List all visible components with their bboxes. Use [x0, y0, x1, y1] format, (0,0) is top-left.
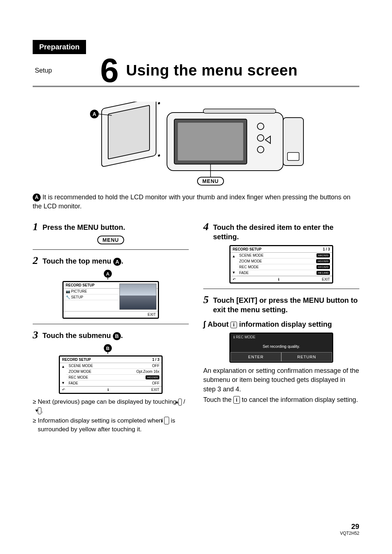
bullet-info-complete: Information display setting is completed… — [33, 416, 189, 434]
arrow-down-icon: ▼ — [38, 407, 41, 414]
subsection-label: Setup — [33, 67, 100, 74]
step-5-text: Touch [EXIT] or press the MENU button to… — [213, 294, 359, 314]
chapter-header: Setup 6 Using the menu screen — [33, 56, 359, 87]
step-1-number: 1 — [33, 221, 38, 232]
about-para-2: Touch the i to cancel the information di… — [203, 395, 359, 404]
step-5: 5 Touch [EXIT] or press the MENU button … — [203, 294, 359, 314]
svg-text:A: A — [106, 271, 110, 277]
step-2: 2 Touch the top menu A. — [33, 255, 189, 266]
menu-button-label-small: MENU — [97, 236, 124, 244]
step-4-text: Touch the desired item to enter the sett… — [213, 221, 359, 241]
step-1-text: Press the MENU button. — [42, 221, 125, 232]
step-4: 4 Touch the desired item to enter the se… — [203, 221, 359, 241]
lcd-setting: RECORD SETUP1 / 3 ▲ ▼ SCENE MODEHA1920 Z… — [229, 245, 333, 284]
camera-illustration: A MENU — [33, 102, 359, 186]
arrow-up-icon: ▲ — [178, 399, 182, 406]
menu-button-label: MENU — [197, 177, 224, 186]
lcd-top-menu: RECORD SETUP 📷 PICTURE 🔧 SETUP EXIT — [62, 281, 159, 319]
page-number: 29 — [340, 522, 359, 531]
step-3-number: 3 — [33, 329, 38, 340]
callout-b-inline: B — [113, 332, 121, 340]
callout-a-icon: A — [33, 194, 41, 201]
svg-rect-14 — [287, 152, 299, 160]
lcd-info-dialog: ℹ REC MODE Set recording quality. ENTER … — [229, 333, 333, 363]
chapter-number: 6 — [100, 56, 119, 86]
svg-point-2 — [158, 102, 160, 105]
step-4-number: 4 — [203, 221, 209, 232]
info-icon-inline: i — [233, 396, 240, 404]
info-icon: i — [164, 417, 169, 425]
info-icon-heading: i — [230, 322, 237, 328]
svg-text:A: A — [93, 111, 96, 117]
bullet-paging: Next (previous) page can be displayed by… — [33, 398, 189, 415]
about-heading: ∫About i information display setting — [203, 319, 359, 329]
step-5-number: 5 — [203, 294, 209, 305]
section-tab: Preparation — [33, 40, 86, 54]
intro-note: A It is recommended to hold the LCD moni… — [33, 193, 359, 211]
step-3: 3 Touch the submenu B. — [33, 329, 189, 340]
svg-rect-15 — [203, 109, 276, 113]
step-1: 1 Press the MENU button. — [33, 221, 189, 232]
enter-button: ENTER — [230, 352, 281, 362]
step-2-text: Touch the top menu A. — [42, 255, 123, 266]
svg-rect-9 — [178, 123, 243, 160]
intro-note-text: It is recommended to hold the LCD monito… — [33, 194, 351, 210]
svg-text:B: B — [106, 346, 109, 351]
page-footer: 29 VQT2H52 — [340, 522, 359, 536]
callout-a-inline: A — [113, 258, 121, 266]
lcd-submenu: RECORD SETUP1 / 3 ▲ ▼ SCENE MODEOFF ZOOM… — [59, 355, 163, 394]
chapter-title: Using the menu screen — [126, 62, 298, 79]
svg-rect-1 — [108, 105, 150, 159]
step-2-number: 2 — [33, 255, 38, 266]
return-button: RETURN — [281, 352, 332, 362]
svg-point-3 — [158, 154, 160, 157]
about-para-1: An explanation or setting confirmation m… — [203, 366, 359, 394]
doc-code: VQT2H52 — [340, 531, 359, 536]
step-3-text: Touch the submenu B. — [42, 329, 123, 340]
